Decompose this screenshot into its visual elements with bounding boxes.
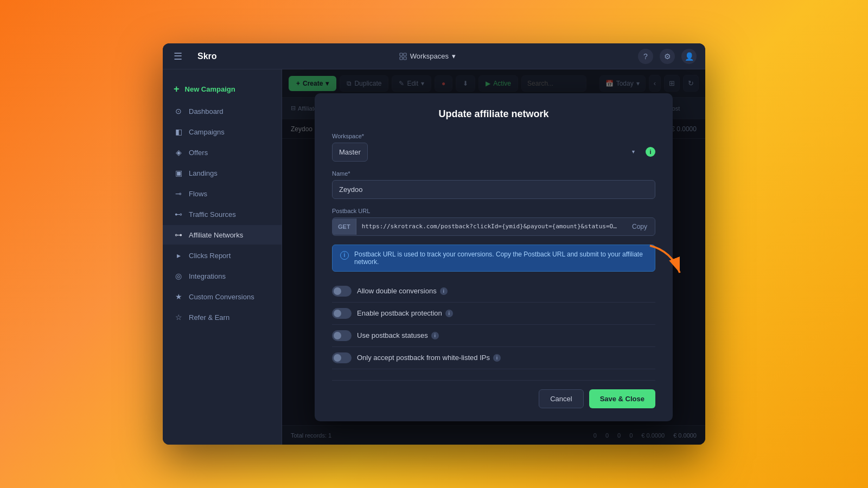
toggle-postback-protection-label: Enable postback protection i bbox=[357, 309, 453, 317]
svg-rect-0 bbox=[400, 53, 403, 56]
hamburger-button[interactable]: ☰ bbox=[171, 48, 184, 65]
app-logo: Skro bbox=[197, 52, 217, 61]
sidebar-item-traffic-sources[interactable]: ⊷ Traffic Sources bbox=[163, 204, 282, 224]
copy-button[interactable]: Copy bbox=[624, 218, 655, 235]
toggle-postback-statuses: Use postback statuses i bbox=[332, 325, 655, 347]
plus-icon: + bbox=[174, 84, 180, 95]
info-banner: i Postback URL is used to track your con… bbox=[332, 245, 655, 272]
sidebar-item-label: Offers bbox=[189, 149, 208, 157]
toggle-postback-statuses-switch[interactable] bbox=[332, 330, 352, 341]
clicks-report-icon: ▸ bbox=[174, 251, 183, 260]
workspace-group: Workspace* Master i bbox=[332, 133, 655, 162]
sidebar-item-offers[interactable]: ◈ Offers bbox=[163, 143, 282, 162]
sidebar-item-label: Campaigns bbox=[189, 128, 225, 136]
refer-earn-icon: ☆ bbox=[174, 313, 183, 322]
help-button[interactable]: ? bbox=[638, 49, 653, 64]
settings-button[interactable]: ⚙ bbox=[660, 49, 675, 64]
sidebar-item-label: Dashboard bbox=[189, 107, 224, 115]
sidebar-item-integrations[interactable]: ◎ Integrations bbox=[163, 266, 282, 286]
offers-icon: ◈ bbox=[174, 148, 183, 157]
content-area: + Create ▾ ⧉ Duplicate ✎ Edit ▾ ● ⬇ bbox=[282, 69, 705, 445]
traffic-sources-icon: ⊷ bbox=[174, 210, 183, 219]
postback-url-row: GET Copy bbox=[332, 217, 655, 236]
toggle-double-conversions-switch[interactable] bbox=[332, 286, 352, 297]
svg-rect-2 bbox=[400, 57, 403, 60]
name-input[interactable] bbox=[332, 180, 655, 199]
svg-rect-3 bbox=[404, 57, 406, 60]
sidebar-item-affiliate-networks[interactable]: ⊶ Affiliate Networks bbox=[163, 225, 282, 245]
sidebar-item-label: Custom Conversions bbox=[189, 293, 254, 301]
sidebar-item-label: Traffic Sources bbox=[189, 210, 236, 219]
sidebar-item-dashboard[interactable]: ⊙ Dashboard bbox=[163, 101, 282, 121]
toggle-double-conversions-label: Allow double conversions i bbox=[357, 287, 448, 295]
toggle-white-listed-ips: Only accept postback from white-listed I… bbox=[332, 347, 655, 369]
svg-rect-1 bbox=[404, 53, 406, 56]
main-layout: + New Campaign ⊙ Dashboard ◧ Campaigns ◈… bbox=[163, 69, 705, 445]
toggle-white-listed-ips-label: Only accept postback from white-listed I… bbox=[357, 354, 501, 362]
modal-update-affiliate-network: Update affiliate network Workspace* Mast… bbox=[315, 93, 673, 421]
sidebar-item-clicks-report[interactable]: ▸ Clicks Report bbox=[163, 246, 282, 265]
campaigns-icon: ◧ bbox=[174, 127, 183, 136]
workspace-area: Workspaces ▾ bbox=[217, 52, 638, 60]
sidebar-item-label: Refer & Earn bbox=[189, 313, 229, 322]
sidebar-item-campaigns[interactable]: ◧ Campaigns bbox=[163, 122, 282, 142]
sidebar-item-label: Flows bbox=[189, 190, 207, 198]
custom-conversions-icon: ★ bbox=[174, 292, 183, 301]
workspace-chevron: ▾ bbox=[452, 52, 456, 60]
postback-protection-info[interactable]: i bbox=[445, 310, 453, 317]
postback-statuses-info[interactable]: i bbox=[431, 332, 439, 339]
workspace-label: Workspace* bbox=[332, 133, 655, 139]
name-label: Name* bbox=[332, 170, 655, 177]
top-bar-icons: ? ⚙ 👤 bbox=[638, 49, 697, 64]
toggle-double-conversions: Allow double conversions i bbox=[332, 280, 655, 303]
landings-icon: ▣ bbox=[174, 169, 183, 177]
flows-icon: ⊸ bbox=[174, 189, 183, 198]
sidebar-item-custom-conversions[interactable]: ★ Custom Conversions bbox=[163, 287, 282, 306]
workspace-icon bbox=[399, 53, 407, 60]
toggle-postback-protection: Enable postback protection i bbox=[332, 303, 655, 325]
affiliate-networks-icon: ⊶ bbox=[174, 230, 183, 239]
workspace-info[interactable]: i bbox=[646, 147, 655, 157]
postback-url-label: Postback URL bbox=[332, 208, 655, 214]
new-campaign-button[interactable]: + New Campaign bbox=[163, 78, 282, 100]
sidebar-item-label: Affiliate Networks bbox=[189, 231, 243, 239]
user-button[interactable]: 👤 bbox=[681, 49, 697, 64]
modal-footer: Cancel Save & Close bbox=[332, 380, 655, 408]
sidebar-item-landings[interactable]: ▣ Landings bbox=[163, 163, 282, 183]
sidebar-item-label: Landings bbox=[189, 169, 218, 177]
app-window: ☰ Skro Workspaces ▾ ? ⚙ 👤 + bbox=[163, 43, 705, 445]
sidebar-item-label: Integrations bbox=[189, 272, 226, 280]
sidebar-item-refer-earn[interactable]: ☆ Refer & Earn bbox=[163, 307, 282, 327]
sidebar-item-flows[interactable]: ⊸ Flows bbox=[163, 184, 282, 203]
name-group: Name* bbox=[332, 170, 655, 199]
postback-url-input[interactable] bbox=[356, 218, 624, 235]
white-listed-ips-info[interactable]: i bbox=[493, 354, 501, 362]
info-banner-icon: i bbox=[340, 251, 349, 260]
modal-overlay: Update affiliate network Workspace* Mast… bbox=[282, 69, 705, 445]
allow-double-info[interactable]: i bbox=[440, 287, 448, 295]
info-banner-text: Postback URL is used to track your conve… bbox=[354, 251, 647, 266]
cancel-button[interactable]: Cancel bbox=[539, 389, 583, 408]
modal-title: Update affiliate network bbox=[332, 108, 655, 120]
sidebar: + New Campaign ⊙ Dashboard ◧ Campaigns ◈… bbox=[163, 69, 282, 445]
toggle-postback-protection-switch[interactable] bbox=[332, 308, 352, 319]
toggle-white-listed-ips-switch[interactable] bbox=[332, 352, 352, 363]
top-bar: ☰ Skro Workspaces ▾ ? ⚙ 👤 bbox=[163, 43, 705, 69]
save-close-button[interactable]: Save & Close bbox=[589, 389, 655, 408]
dashboard-icon: ⊙ bbox=[174, 107, 183, 115]
workspace-button[interactable]: Workspaces ▾ bbox=[399, 52, 456, 60]
postback-method: GET bbox=[333, 219, 356, 235]
toggle-postback-statuses-label: Use postback statuses i bbox=[357, 331, 439, 339]
integrations-icon: ◎ bbox=[174, 272, 183, 280]
postback-group: Postback URL GET Copy bbox=[332, 208, 655, 236]
workspace-label: Workspaces bbox=[410, 52, 449, 60]
sidebar-item-label: Clicks Report bbox=[189, 252, 231, 260]
workspace-select-row: Master i bbox=[332, 143, 655, 162]
new-campaign-label: New Campaign bbox=[185, 85, 235, 93]
workspace-select-wrapper: Master bbox=[332, 143, 641, 162]
workspace-select[interactable]: Master bbox=[332, 143, 368, 162]
